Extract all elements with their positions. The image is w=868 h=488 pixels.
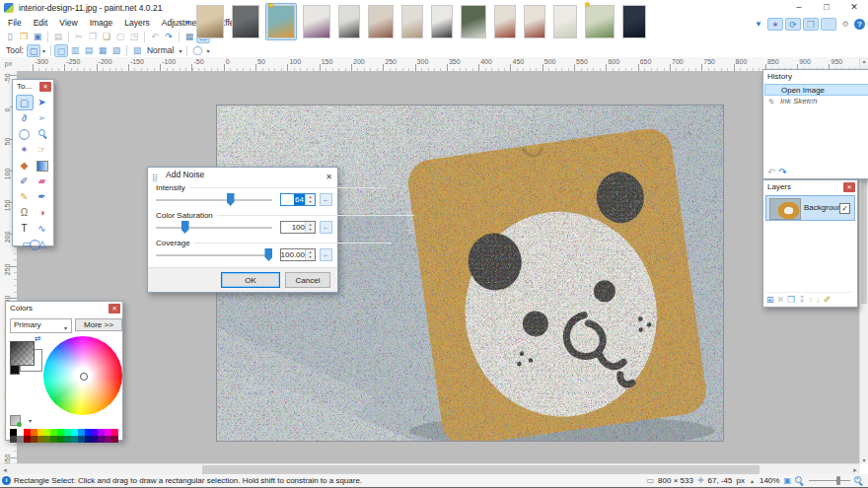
print-button[interactable]: ▤ xyxy=(51,31,65,43)
pan-tool[interactable]: ☞ xyxy=(34,142,51,158)
slider-thumb[interactable] xyxy=(181,221,189,234)
image-thumbnail-5[interactable] xyxy=(336,3,362,40)
zoom-out-button[interactable]: - xyxy=(795,476,805,486)
palette-swatch[interactable] xyxy=(37,429,44,436)
paintbrush-tool[interactable]: ✐ xyxy=(16,174,34,189)
image-thumbnail-12[interactable] xyxy=(551,3,579,40)
tools-panel-close-icon[interactable]: ✕ xyxy=(39,82,51,92)
slider-2[interactable] xyxy=(156,221,272,235)
menu-layers[interactable]: Layers xyxy=(118,16,156,30)
image-thumbnail-9[interactable] xyxy=(459,3,488,40)
image-thumbnail-2[interactable] xyxy=(230,3,261,40)
reset-button[interactable]: ← xyxy=(320,248,332,261)
image-thumbnail-6[interactable] xyxy=(366,3,396,40)
ellipse-select-tool[interactable]: ◯ xyxy=(16,126,34,142)
toggle-colors-button[interactable] xyxy=(821,18,836,31)
palette-swatch[interactable] xyxy=(98,436,105,443)
spinner-arrows[interactable]: ▴▾ xyxy=(305,194,315,205)
palette-swatch[interactable] xyxy=(57,429,64,436)
selection-mode-subtract[interactable]: ▤ xyxy=(82,44,96,57)
cancel-button[interactable]: Cancel xyxy=(285,272,330,288)
pencil-tool[interactable]: ✎ xyxy=(16,189,34,205)
palette-swatch[interactable] xyxy=(71,429,78,436)
zoom-tool[interactable] xyxy=(34,126,51,142)
strip-scroll-left-icon[interactable]: ◂ xyxy=(185,18,189,27)
image-thumbnail-10[interactable] xyxy=(492,3,518,40)
open-button[interactable]: ❒ xyxy=(17,31,31,43)
palette-swatch[interactable] xyxy=(57,436,64,443)
image-thumbnail-8[interactable] xyxy=(429,3,455,40)
slider-3[interactable] xyxy=(156,248,272,262)
crop-button[interactable]: ▢ xyxy=(113,31,127,43)
move-selection-tool[interactable]: ➢ xyxy=(34,110,51,126)
toggle-tools-button[interactable]: ✶ xyxy=(767,18,783,31)
spinner-arrows[interactable]: ▴▾ xyxy=(305,222,315,233)
menu-image[interactable]: Image xyxy=(84,16,119,30)
layer-visibility-checkbox[interactable]: ✓ xyxy=(839,203,850,214)
history-item[interactable]: ✎Ink Sketch xyxy=(764,96,868,107)
move-layer-down-button[interactable]: ↓ xyxy=(816,295,821,305)
magic-wand-tool[interactable]: ✶ xyxy=(16,142,34,158)
gradient-tool[interactable] xyxy=(34,158,51,174)
delete-layer-button[interactable]: ✕ xyxy=(777,295,785,305)
paste-button[interactable]: ❏ xyxy=(100,31,113,43)
palette-swatch[interactable] xyxy=(92,429,99,436)
palette-swatch[interactable] xyxy=(43,436,50,443)
color-wheel-marker[interactable] xyxy=(80,373,88,381)
more-button[interactable]: More >> xyxy=(75,318,122,331)
save-button[interactable]: ▣ xyxy=(31,31,44,43)
dialog-title-bar[interactable]: ⣿ Add Noise ✕ xyxy=(148,168,337,182)
close-button[interactable]: ✕ xyxy=(840,0,868,15)
layer-properties-button[interactable]: ✐ xyxy=(824,295,832,305)
value-field[interactable]: 100.00▴▾ xyxy=(280,248,316,261)
menu-edit[interactable]: Edit xyxy=(28,16,54,30)
antialias-icon[interactable]: ◯ xyxy=(190,44,204,57)
selection-mode-add[interactable]: ▥ xyxy=(68,44,82,57)
color-target-dropdown[interactable]: Primary ▾ xyxy=(10,318,72,333)
lasso-select-tool[interactable]: ∂ xyxy=(16,110,34,126)
color-picker-tool[interactable]: ✒ xyxy=(34,189,51,205)
spinner-arrows[interactable]: ▴▾ xyxy=(305,249,315,260)
menu-view[interactable]: View xyxy=(53,16,83,30)
deselect-button[interactable]: ◳ xyxy=(127,31,141,43)
palette-swatch[interactable] xyxy=(43,429,50,436)
palette-swatch[interactable] xyxy=(78,429,85,436)
image-thumbnail-13[interactable]: ★ xyxy=(583,3,616,40)
tool-dropdown-caret[interactable]: ▾ xyxy=(42,47,45,54)
image-thumbnail-3[interactable]: ★ xyxy=(265,3,297,40)
clone-stamp-tool[interactable]: Ω xyxy=(16,205,34,221)
add-layer-button[interactable]: ⊞ xyxy=(766,295,774,305)
copy-button[interactable]: ❐ xyxy=(86,31,100,43)
shapes-tool[interactable]: ▭◯△ xyxy=(16,237,51,252)
move-selected-pixels-tool[interactable]: ➤ xyxy=(34,95,51,110)
reset-button[interactable]: ← xyxy=(320,221,332,234)
palette-menu-caret[interactable]: ▾ xyxy=(29,417,32,424)
zoom-slider[interactable] xyxy=(809,475,850,486)
history-item[interactable]: Open Image xyxy=(764,84,868,96)
blend-mode-value[interactable]: Normal xyxy=(147,45,174,55)
selection-mode-intersect[interactable]: ▦ xyxy=(96,44,109,57)
reset-button[interactable]: ← xyxy=(320,193,332,206)
image-thumbnail-4[interactable] xyxy=(301,3,332,40)
zoom-fit-button[interactable]: ▣ xyxy=(783,476,791,485)
toggle-layers-button[interactable]: ❐ xyxy=(803,18,819,31)
value-field[interactable]: 100▴▾ xyxy=(280,221,316,234)
palette-swatch[interactable] xyxy=(50,429,57,436)
slider-thumb[interactable] xyxy=(227,193,235,206)
primary-color-swatch[interactable] xyxy=(10,341,35,366)
recolor-tool[interactable]: ◑ xyxy=(34,205,51,221)
scroll-up-icon[interactable]: ▴ xyxy=(860,57,868,64)
add-color-button[interactable] xyxy=(10,415,21,426)
help-button[interactable]: ? xyxy=(854,19,865,30)
minimize-button[interactable]: – xyxy=(785,0,813,15)
layers-panel-close-icon[interactable]: ✕ xyxy=(843,182,855,192)
zoom-level-value[interactable]: 140% xyxy=(760,476,779,485)
palette-swatch[interactable] xyxy=(105,436,111,443)
palette-swatch[interactable] xyxy=(50,436,57,443)
palette-swatch[interactable] xyxy=(105,429,111,436)
move-layer-up-button[interactable]: ↑ xyxy=(809,295,814,305)
image-thumbnail-1[interactable] xyxy=(194,3,226,40)
layer-row[interactable]: Background✓ xyxy=(765,195,855,221)
antialias-caret[interactable]: ▾ xyxy=(206,47,209,54)
toggle-history-button[interactable]: ⟳ xyxy=(785,18,801,31)
